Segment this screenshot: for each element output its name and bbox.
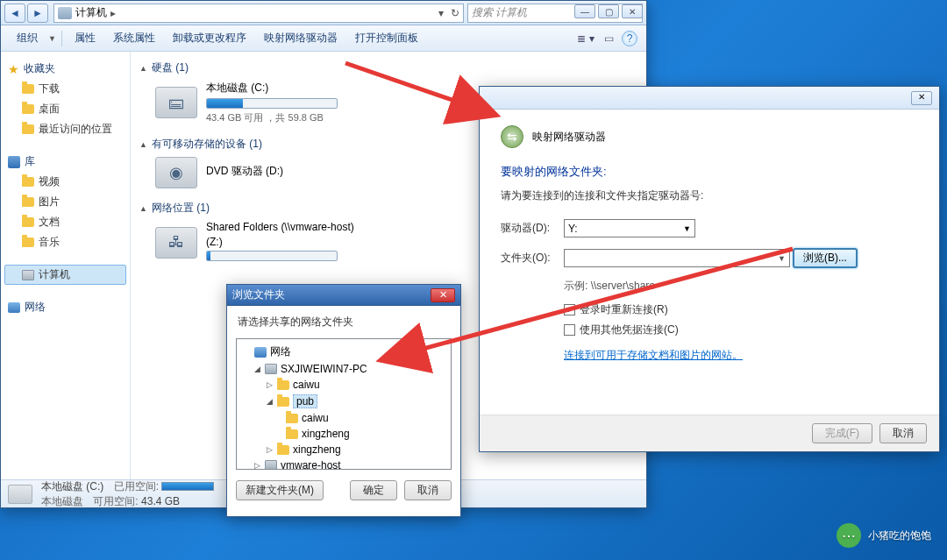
computer-icon bbox=[265, 460, 277, 470]
sidebar-recent[interactable]: 最近访问的位置 bbox=[4, 119, 126, 139]
minimize-button[interactable]: — bbox=[574, 4, 595, 18]
sidebar-computer[interactable]: 计算机 bbox=[4, 265, 126, 285]
drive-stats: 43.4 GB 可用 ，共 59.8 GB bbox=[206, 111, 338, 124]
sidebar-libraries[interactable]: 库 bbox=[4, 152, 126, 172]
tree-caiwu[interactable]: ▷caiwu bbox=[242, 377, 445, 393]
close-button[interactable]: ✕ bbox=[622, 4, 643, 18]
tree-vmware[interactable]: ▷vmware-host bbox=[242, 457, 445, 470]
folder-icon bbox=[22, 217, 34, 227]
toolbar: 组织▼ 属性 系统属性 卸载或更改程序 映射网络驱动器 打开控制面板 ≣ ▾ ▭… bbox=[1, 25, 646, 52]
status-name: 本地磁盘 (C:) bbox=[41, 480, 103, 493]
back-button[interactable]: ◄ bbox=[4, 4, 25, 23]
mapdrive-button[interactable]: 映射网络驱动器 bbox=[257, 27, 345, 49]
storage-link[interactable]: 连接到可用于存储文档和图片的网站。 bbox=[564, 348, 743, 363]
computer-icon bbox=[58, 7, 72, 19]
tree-pub-caiwu[interactable]: caiwu bbox=[242, 410, 445, 426]
dialog-titlebar: ✕ bbox=[480, 87, 939, 110]
cancel-button[interactable]: 取消 bbox=[404, 480, 452, 500]
forward-button[interactable]: ► bbox=[27, 4, 48, 23]
sidebar-favorites[interactable]: ★收藏夹 bbox=[4, 59, 126, 79]
sidebar-music[interactable]: 音乐 bbox=[4, 232, 126, 252]
cancel-button[interactable]: 取消 bbox=[879, 423, 927, 443]
sidebar-pictures[interactable]: 图片 bbox=[4, 192, 126, 212]
dialog-sub: 请选择共享的网络文件夹 bbox=[227, 306, 460, 335]
chevron-right-icon[interactable]: ▸ bbox=[110, 7, 116, 19]
tree-pc[interactable]: ◢SXJIWEIWIN7-PC bbox=[242, 361, 445, 377]
checkbox-icon: ✓ bbox=[564, 304, 575, 315]
drive-label: 驱动器(D): bbox=[501, 221, 564, 236]
sysprops-button[interactable]: 系统属性 bbox=[106, 27, 162, 49]
browse-button[interactable]: 浏览(B)... bbox=[793, 248, 858, 268]
sidebar-desktop[interactable]: 桌面 bbox=[4, 99, 126, 119]
drive-name: DVD 驱动器 (D:) bbox=[206, 164, 283, 179]
dialog-titlebar: 浏览文件夹 ✕ bbox=[227, 285, 460, 306]
sidebar: ★收藏夹 下载 桌面 最近访问的位置 库 视频 图片 文档 音乐 计算机 网络 bbox=[1, 52, 131, 479]
view-menu-icon[interactable]: ≣ ▾ bbox=[576, 29, 595, 48]
uninstall-button[interactable]: 卸载或更改程序 bbox=[166, 27, 253, 49]
folder-input[interactable] bbox=[564, 249, 790, 267]
organize-menu[interactable]: 组织 bbox=[10, 27, 45, 49]
star-icon: ★ bbox=[8, 62, 19, 76]
reconnect-checkbox-row[interactable]: ✓ 登录时重新连接(R) bbox=[564, 302, 918, 317]
address-bar[interactable]: 计算机 ▸ ▾ ↻ bbox=[53, 4, 464, 23]
folder-icon bbox=[22, 84, 34, 94]
status-sub: 本地磁盘 bbox=[41, 495, 83, 507]
folder-icon bbox=[277, 380, 289, 390]
search-placeholder: 搜索 计算机 bbox=[472, 5, 527, 20]
drive-name: Shared Folders (\\vmware-host) bbox=[206, 221, 354, 233]
properties-button[interactable]: 属性 bbox=[68, 27, 103, 49]
section-hdd[interactable]: ▲硬盘 (1) bbox=[139, 60, 637, 75]
status-free-val: 43.4 GB bbox=[141, 495, 180, 507]
computer-icon bbox=[22, 270, 34, 280]
dropdown-icon[interactable]: ▾ bbox=[438, 7, 444, 19]
example-text: 示例: \\server\share bbox=[564, 279, 918, 294]
tree-xingzheng[interactable]: ▷xingzheng bbox=[242, 442, 445, 457]
preview-pane-icon[interactable]: ▭ bbox=[599, 29, 618, 48]
sidebar-videos[interactable]: 视频 bbox=[4, 172, 126, 192]
sidebar-network[interactable]: 网络 bbox=[4, 297, 126, 317]
controlpanel-button[interactable]: 打开控制面板 bbox=[348, 27, 425, 49]
close-button[interactable]: ✕ bbox=[431, 288, 455, 302]
map-drive-dialog: ✕ ⇆ 映射网络驱动器 要映射的网络文件夹: 请为要连接到的连接和文件夹指定驱动… bbox=[479, 86, 940, 452]
hdd-icon: 🖴 bbox=[155, 87, 197, 118]
tree-pub[interactable]: ◢pub bbox=[242, 393, 445, 410]
folder-tree[interactable]: 网络 ◢SXJIWEIWIN7-PC ▷caiwu ◢pub caiwu xin… bbox=[236, 338, 452, 470]
sidebar-documents[interactable]: 文档 bbox=[4, 212, 126, 232]
drive-select[interactable]: Y:▼ bbox=[564, 219, 695, 237]
dialog-heading: 要映射的网络文件夹: bbox=[501, 164, 918, 180]
network-icon bbox=[8, 302, 20, 313]
folder-icon bbox=[22, 124, 34, 134]
titlebar: ◄ ► 计算机 ▸ ▾ ↻ 搜索 计算机 — ▢ ✕ bbox=[1, 1, 646, 25]
folder-icon bbox=[277, 445, 289, 455]
library-icon bbox=[8, 156, 20, 168]
status-free-label: 可用空间: bbox=[93, 495, 138, 507]
newfolder-button[interactable]: 新建文件夹(M) bbox=[236, 480, 324, 500]
dialog-desc: 请为要连接到的连接和文件夹指定驱动器号: bbox=[501, 188, 918, 203]
status-used-bar bbox=[161, 482, 214, 491]
usage-bar bbox=[207, 252, 210, 260]
drive-name: 本地磁盘 (C:) bbox=[206, 81, 338, 96]
othercred-checkbox-row[interactable]: 使用其他凭据连接(C) bbox=[564, 323, 918, 337]
refresh-icon[interactable]: ↻ bbox=[451, 7, 459, 19]
netdrive-icon: 🖧 bbox=[155, 227, 197, 259]
drive-thumb-icon bbox=[8, 485, 32, 504]
ok-button[interactable]: 确定 bbox=[350, 480, 397, 500]
mapdrive-icon: ⇆ bbox=[501, 125, 523, 148]
folder-label: 文件夹(O): bbox=[501, 251, 564, 266]
tree-pub-xingzheng[interactable]: xingzheng bbox=[242, 426, 445, 442]
folder-icon bbox=[22, 237, 34, 247]
close-button[interactable]: ✕ bbox=[911, 91, 932, 105]
folder-icon bbox=[22, 104, 34, 114]
dialog-title: 映射网络驱动器 bbox=[532, 130, 606, 145]
maximize-button[interactable]: ▢ bbox=[598, 4, 619, 18]
finish-button[interactable]: 完成(F) bbox=[812, 423, 872, 443]
breadcrumb[interactable]: 计算机 bbox=[75, 5, 107, 20]
help-icon[interactable]: ? bbox=[622, 31, 637, 46]
tree-network[interactable]: 网络 bbox=[242, 343, 445, 361]
dvd-icon: ◉ bbox=[155, 157, 197, 188]
folder-icon bbox=[286, 414, 298, 423]
usage-bar bbox=[207, 99, 243, 108]
watermark: ⋯ 小猪吃的饱饱 bbox=[837, 523, 931, 548]
sidebar-downloads[interactable]: 下载 bbox=[4, 79, 126, 99]
wechat-icon: ⋯ bbox=[837, 523, 861, 548]
